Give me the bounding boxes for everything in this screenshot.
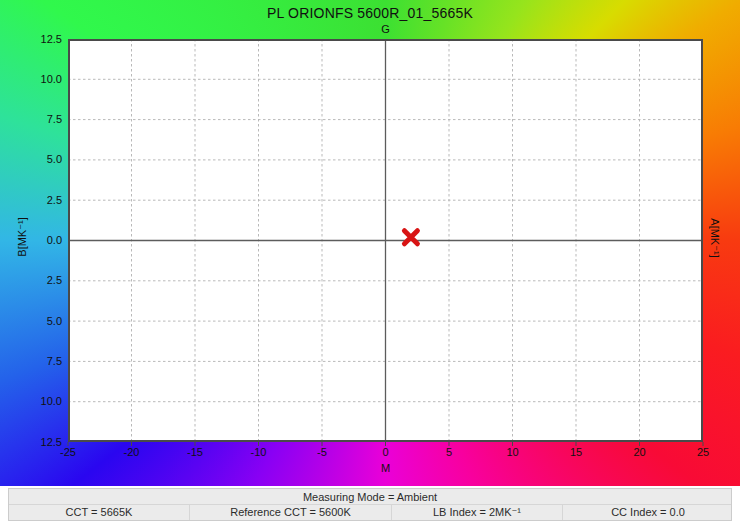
x-tick-label: 20: [633, 446, 645, 459]
x-tick-label: -15: [187, 446, 203, 459]
axis-label-green: G: [68, 23, 703, 35]
y-tick-label: 7.5: [22, 113, 62, 126]
reference-cct-value: Reference CCT = 5600K: [189, 505, 391, 520]
y-tick-label: 12.5: [22, 436, 62, 449]
y-tick-label: 0.0: [22, 234, 62, 247]
measurement-values-bar: CCT = 5665K Reference CCT = 5600K LB Ind…: [9, 505, 731, 520]
y-tick-label: 2.5: [22, 194, 62, 207]
y-tick-label: 5.0: [22, 153, 62, 166]
x-tick-label: 10: [506, 446, 518, 459]
spectrometer-screen: PL ORIONFS 5600R_01_5665K G M B[MK⁻¹] A[…: [0, 0, 740, 521]
x-tick-label: 25: [697, 446, 709, 459]
y-axis-label-amber: A[MK⁻¹]: [708, 218, 721, 257]
x-tick-label: -5: [317, 446, 327, 459]
y-tick-label: 12.5: [22, 33, 62, 46]
x-tick-label: -10: [251, 446, 267, 459]
measuring-mode-bar: Measuring Mode = Ambient: [9, 489, 731, 505]
axis-label-magenta: M: [68, 462, 703, 474]
y-tick-label: 5.0: [22, 315, 62, 328]
y-tick-label: 2.5: [22, 274, 62, 287]
status-bars: Measuring Mode = Ambient CCT = 5665K Ref…: [8, 488, 732, 521]
y-tick-label: 10.0: [22, 73, 62, 86]
y-tick-label: 7.5: [22, 355, 62, 368]
plot-canvas: [68, 39, 703, 442]
cct-value: CCT = 5665K: [9, 505, 189, 520]
y-tick-label: 10.0: [22, 395, 62, 408]
x-tick-label: 5: [446, 446, 452, 459]
cc-index-value: CC Index = 0.0: [562, 505, 733, 520]
x-tick-label: -20: [124, 446, 140, 459]
x-tick-label: 15: [570, 446, 582, 459]
lb-cc-plot-area: [68, 39, 703, 442]
x-tick-label: -25: [60, 446, 76, 459]
lb-index-value: LB Index = 2MK⁻¹: [391, 505, 562, 520]
page-title: PL ORIONFS 5600R_01_5665K: [0, 5, 740, 21]
x-tick-label: 0: [382, 446, 388, 459]
